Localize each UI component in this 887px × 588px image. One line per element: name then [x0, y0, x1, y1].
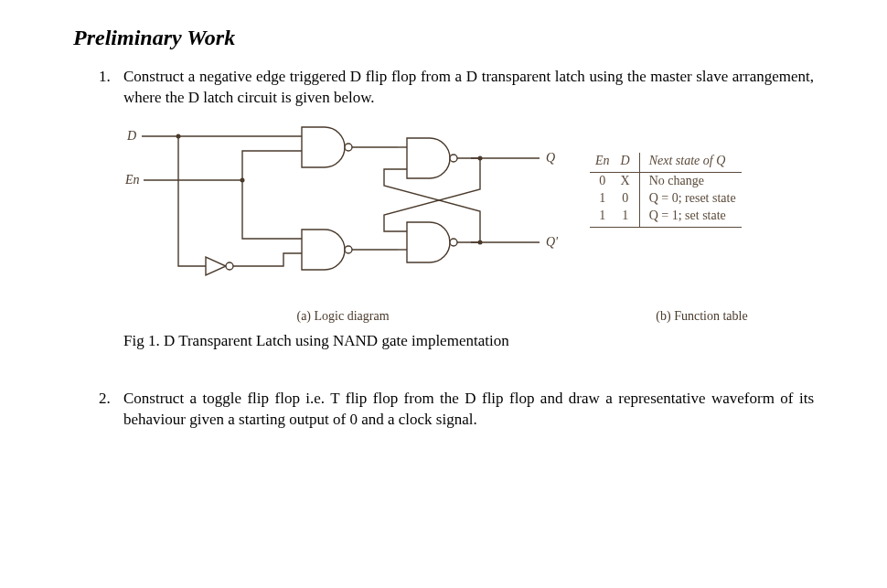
question-1-text: Construct a negative edge triggered D fl…	[123, 68, 814, 106]
cell-en: 1	[590, 190, 615, 208]
label-qprime: Q'	[546, 235, 559, 249]
section-heading: Preliminary Work	[73, 26, 814, 50]
logic-diagram-svg: D En	[123, 120, 562, 303]
inverter-bubble	[226, 262, 233, 270]
table-row: 0 X No change	[590, 172, 742, 189]
function-table-header-row: En D Next state of Q	[590, 153, 742, 172]
table-row: 1 0 Q = 0; reset state	[590, 190, 742, 208]
node-q	[478, 155, 483, 160]
nand3-bubble	[450, 155, 457, 162]
subcaption-b: (b) Function table	[562, 308, 814, 326]
node-qprime	[478, 240, 483, 244]
table-row: 1 1 Q = 1; set state	[590, 208, 742, 228]
nand1-body	[302, 127, 345, 167]
label-d: D	[126, 129, 136, 143]
wire-d-tap	[178, 136, 206, 266]
nand2-body	[302, 230, 345, 270]
th-next: Next state of Q	[639, 153, 741, 172]
cell-d: 1	[615, 208, 640, 228]
question-2-text: Construct a toggle flip flop i.e. T flip…	[123, 390, 814, 428]
figure-row: D En	[123, 120, 814, 303]
wire-en-top	[242, 151, 302, 180]
inverter-body	[206, 257, 226, 275]
figure-caption: Fig 1. D Transparent Latch using NAND ga…	[123, 331, 814, 352]
logic-diagram: D En	[123, 120, 562, 303]
subcaption-row: (a) Logic diagram (b) Function table	[123, 308, 814, 326]
cell-next: Q = 0; reset state	[639, 190, 741, 208]
nand2-bubble	[345, 246, 352, 253]
nand4-bubble	[450, 239, 457, 246]
cell-en: 0	[590, 172, 615, 189]
function-table-wrap: En D Next state of Q 0 X No change 1 0	[590, 153, 742, 229]
cell-next: Q = 1; set state	[639, 208, 741, 228]
th-en: En	[590, 153, 615, 172]
cell-d: X	[615, 172, 640, 189]
node-d	[176, 134, 181, 138]
label-en: En	[124, 173, 140, 187]
question-list: Construct a negative edge triggered D fl…	[73, 67, 814, 431]
nand3-body	[407, 138, 450, 178]
wire-en-bot	[242, 180, 302, 239]
function-table: En D Next state of Q 0 X No change 1 0	[590, 153, 742, 229]
question-1: Construct a negative edge triggered D fl…	[114, 67, 814, 352]
subcaption-a: (a) Logic diagram	[123, 308, 562, 326]
cell-next: No change	[639, 172, 741, 189]
wire-inv-out	[233, 253, 302, 266]
nand1-bubble	[345, 144, 352, 151]
cell-d: 0	[615, 190, 640, 208]
page: Preliminary Work Construct a negative ed…	[0, 0, 887, 588]
label-q: Q	[546, 151, 555, 165]
cell-en: 1	[590, 208, 615, 228]
question-2: Construct a toggle flip flop i.e. T flip…	[114, 389, 814, 431]
nand4-body	[407, 222, 450, 262]
th-d: D	[615, 153, 640, 172]
